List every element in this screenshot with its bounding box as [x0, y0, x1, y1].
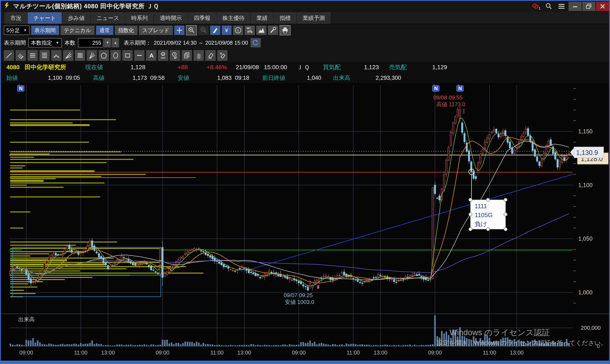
- hatched-line-tool[interactable]: [16, 50, 26, 61]
- svg-text:fx: fx: [55, 54, 57, 56]
- vertical-lines-tool[interactable]: [75, 50, 85, 61]
- info-button[interactable]: i: [233, 26, 243, 35]
- trend-line-tool[interactable]: [4, 50, 14, 61]
- print-button[interactable]: [280, 25, 291, 35]
- svg-text:11:00: 11:00: [347, 349, 360, 356]
- tab-8[interactable]: 業績: [251, 12, 273, 24]
- volume-axis-label: 200,000: [581, 325, 601, 331]
- tab-5[interactable]: 適時開示: [154, 12, 188, 24]
- svg-text:i: i: [237, 28, 239, 33]
- tab-2[interactable]: 歩み値: [62, 12, 90, 24]
- selection-handle[interactable]: [504, 228, 507, 231]
- display-period-button[interactable]: 表示期間: [31, 26, 59, 35]
- fan-lines-tool[interactable]: [63, 50, 73, 61]
- price-chart[interactable]: 1,1501,1001,0501,00009:0011:0013:0009:00…: [1, 83, 609, 360]
- selection-handle[interactable]: [469, 213, 472, 216]
- selection-rectangle[interactable]: [13, 247, 161, 297]
- pentagon-tool[interactable]: [99, 50, 109, 61]
- normal-button[interactable]: 通常: [96, 26, 113, 35]
- app-lightning-icon: [4, 2, 10, 10]
- horizontal-lines-3-tool[interactable]: [27, 50, 38, 61]
- selection-handle[interactable]: [469, 198, 472, 201]
- pitchfork-icon: [88, 52, 96, 59]
- text-tool[interactable]: A: [146, 50, 156, 61]
- zoom-out-button[interactable]: [198, 26, 209, 35]
- tab-3[interactable]: ニュース: [91, 12, 125, 24]
- high-time: 09:58: [150, 75, 165, 81]
- copy-object-tool[interactable]: [182, 50, 192, 61]
- area-chart-button[interactable]: [256, 26, 266, 35]
- news-marker[interactable]: N: [17, 84, 24, 91]
- emoticon-tool[interactable]: icon: [158, 50, 168, 61]
- selection-handle[interactable]: [504, 213, 507, 216]
- draw-pencil-button[interactable]: [210, 26, 220, 35]
- horizontal-segment-tool[interactable]: [134, 50, 144, 61]
- price-change: +88: [145, 64, 188, 71]
- current-price: 1,128: [103, 64, 145, 71]
- price-change-pct: +8.46%: [188, 64, 227, 71]
- bar-count-input[interactable]: 255: [78, 38, 103, 47]
- grid: [1, 85, 609, 346]
- tab-7[interactable]: 株主優待: [217, 12, 250, 24]
- erase-all-tool[interactable]: A: [217, 50, 228, 61]
- restore-button[interactable]: [582, 2, 595, 11]
- yen-button[interactable]: ¥: [222, 26, 231, 35]
- svg-text:1,050: 1,050: [578, 235, 593, 242]
- stock-code: 4080: [6, 64, 19, 71]
- settings-wrench-button[interactable]: [268, 26, 278, 35]
- restore-icon: [585, 3, 592, 10]
- zoom-in-button[interactable]: [186, 25, 197, 35]
- reset-period-button[interactable]: [251, 38, 261, 47]
- chevron-down-icon: ▼: [55, 41, 59, 45]
- bid-price: 1,123: [341, 64, 379, 71]
- crosshair-button[interactable]: [174, 26, 185, 35]
- svg-text:09:00: 09:00: [292, 349, 306, 356]
- v-lines-icon: [76, 52, 84, 59]
- prev-close: 1,040: [285, 75, 321, 81]
- drag-hand-tool[interactable]: [194, 50, 204, 61]
- eraser-tool[interactable]: [205, 50, 216, 61]
- period-mode-select[interactable]: 本数指定▼: [28, 38, 62, 47]
- count-increment-button[interactable]: ▲: [112, 38, 119, 47]
- clock-stamp-tool[interactable]: [170, 50, 180, 61]
- pentagon-icon: [100, 52, 108, 59]
- selection-handle[interactable]: [486, 198, 490, 201]
- low-time: 09:18: [235, 75, 249, 81]
- horizontal-lines-4-tool[interactable]: [39, 50, 50, 61]
- tab-4[interactable]: 時系列: [125, 12, 153, 24]
- selection-handle[interactable]: [504, 198, 507, 201]
- news-marker[interactable]: N: [433, 84, 439, 91]
- news-marker[interactable]: N: [457, 84, 463, 91]
- pitchfork-tool[interactable]: [87, 50, 97, 61]
- svg-text:icon: icon: [161, 57, 165, 59]
- spread-button[interactable]: スプレッド: [139, 26, 173, 35]
- fibonacci-arc-tool[interactable]: fx: [51, 50, 61, 61]
- tab-0[interactable]: 市況: [5, 12, 27, 24]
- index-button[interactable]: 指数化: [115, 26, 137, 35]
- technical-button[interactable]: テクニカル: [61, 26, 95, 35]
- ask-price: 1,129: [407, 64, 447, 71]
- window-title: マルチツール(個別銘柄) 4080 田中化学研究所 ＪＱ: [13, 2, 159, 11]
- tab-1[interactable]: チャート: [28, 12, 62, 24]
- my-chart-button[interactable]: MY: [245, 26, 255, 35]
- tab-6[interactable]: 四季報: [188, 12, 216, 24]
- tab-9[interactable]: 指標: [274, 12, 296, 24]
- quote-time: 15:00:00: [264, 64, 287, 71]
- chart-area[interactable]: 1,1501,1001,0501,00009:0011:0013:0009:00…: [1, 83, 609, 361]
- link-icon[interactable]: 1: [530, 2, 542, 11]
- interval-select[interactable]: 5分足▼: [4, 26, 30, 35]
- search-icon[interactable]: [542, 2, 555, 11]
- menu-icon[interactable]: [555, 2, 568, 11]
- clock-arrow-icon: [171, 52, 179, 59]
- svg-text:1111: 1111: [475, 203, 487, 209]
- ellipse-tool[interactable]: [110, 50, 121, 61]
- tab-10[interactable]: 業績予測: [297, 12, 330, 24]
- selection-handle[interactable]: [486, 228, 490, 231]
- h4-lines-icon: [41, 52, 48, 59]
- minimize-button[interactable]: [569, 2, 582, 11]
- selection-handle[interactable]: [469, 228, 472, 231]
- count-decrement-button[interactable]: ▼: [104, 38, 111, 47]
- trend-line[interactable]: [245, 174, 573, 271]
- rectangle-tool[interactable]: [122, 50, 133, 61]
- close-button[interactable]: [596, 2, 609, 11]
